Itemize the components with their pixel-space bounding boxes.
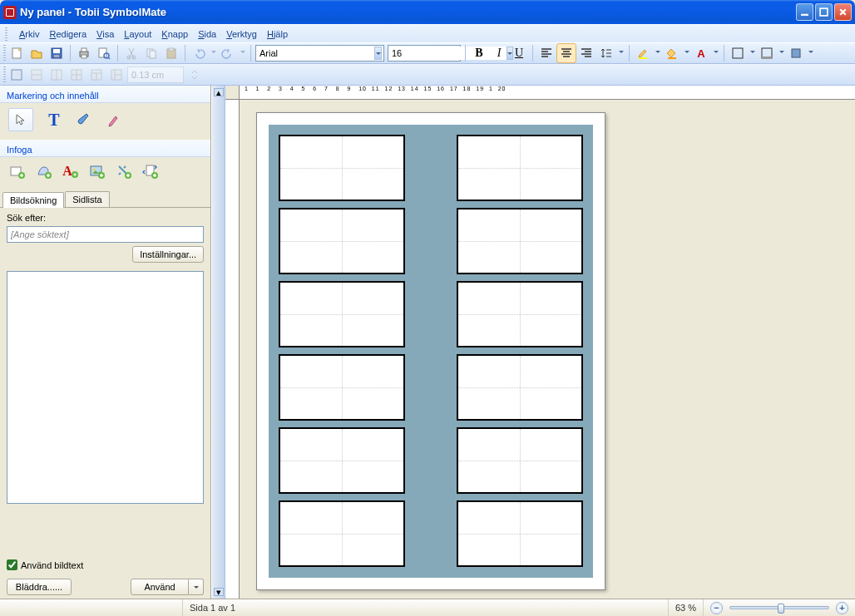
brush-tool[interactable] bbox=[75, 111, 93, 129]
font-color-dropdown[interactable] bbox=[712, 51, 719, 56]
tab-sidlista[interactable]: Sidlista bbox=[65, 191, 109, 207]
insert-shape-tool[interactable] bbox=[35, 162, 53, 180]
open-button[interactable] bbox=[27, 44, 46, 62]
menu-layout[interactable]: Layout bbox=[124, 29, 151, 39]
cell[interactable] bbox=[279, 500, 405, 567]
menu-verktyg[interactable]: Verktyg bbox=[226, 29, 257, 39]
line-spacing-button[interactable] bbox=[597, 44, 615, 62]
menu-sida[interactable]: Sida bbox=[198, 29, 216, 39]
cut-button[interactable] bbox=[122, 44, 141, 62]
panel-background[interactable] bbox=[269, 125, 593, 578]
collapse-down-icon[interactable]: ▾ bbox=[214, 588, 224, 596]
paste-button[interactable] bbox=[162, 44, 180, 62]
font-color-button[interactable]: A bbox=[692, 44, 710, 62]
select-tool[interactable] bbox=[8, 108, 33, 131]
page[interactable] bbox=[256, 112, 605, 590]
maximize-button[interactable] bbox=[815, 3, 833, 21]
font-size-combo[interactable] bbox=[388, 45, 461, 62]
align-left-button[interactable] bbox=[537, 44, 556, 62]
print-preview-button[interactable] bbox=[95, 44, 113, 62]
grid-mixed-button[interactable] bbox=[87, 66, 106, 84]
cell[interactable] bbox=[457, 354, 583, 421]
align-right-button[interactable] bbox=[577, 44, 596, 62]
canvas[interactable] bbox=[240, 100, 855, 599]
apply-dropdown[interactable] bbox=[189, 579, 204, 595]
apply-button[interactable]: Använd bbox=[131, 579, 189, 595]
cell[interactable] bbox=[279, 427, 405, 494]
search-results-box[interactable] bbox=[7, 271, 204, 504]
zoom-in-button[interactable]: + bbox=[836, 602, 848, 614]
copy-button[interactable] bbox=[142, 44, 161, 62]
new-button[interactable] bbox=[7, 44, 26, 62]
cell[interactable] bbox=[457, 208, 583, 274]
cell[interactable] bbox=[279, 135, 405, 201]
toolbar-grip[interactable] bbox=[5, 27, 7, 41]
border-color-dropdown[interactable] bbox=[778, 51, 785, 56]
border-dropdown[interactable] bbox=[749, 51, 756, 56]
menu-hjalp[interactable]: Hjälp bbox=[267, 29, 288, 39]
insert-page-tool[interactable] bbox=[141, 162, 160, 180]
highlight-dropdown[interactable] bbox=[654, 51, 661, 56]
text-tool[interactable]: T bbox=[45, 111, 63, 129]
insert-cell-tool[interactable] bbox=[8, 162, 27, 180]
cell[interactable] bbox=[279, 208, 405, 274]
collapse-up-icon[interactable]: ▴ bbox=[214, 88, 224, 96]
border-button[interactable] bbox=[729, 44, 747, 62]
bold-button[interactable]: B bbox=[470, 44, 488, 62]
print-button[interactable] bbox=[75, 44, 93, 62]
insert-link-tool[interactable] bbox=[115, 162, 133, 180]
close-button[interactable] bbox=[834, 3, 852, 21]
toolbar-grip[interactable] bbox=[3, 67, 6, 83]
cell[interactable] bbox=[457, 281, 583, 347]
line-spacing-dropdown[interactable] bbox=[617, 51, 625, 56]
dropdown-icon[interactable] bbox=[374, 47, 382, 60]
font-family-input[interactable] bbox=[259, 47, 374, 60]
undo-button[interactable] bbox=[190, 44, 208, 62]
grid-cross-button[interactable] bbox=[67, 66, 86, 84]
cell[interactable] bbox=[457, 427, 583, 494]
browse-button[interactable]: Bläddra...... bbox=[7, 579, 72, 595]
menu-visa[interactable]: Visa bbox=[96, 29, 114, 39]
grid-one-button[interactable] bbox=[7, 66, 26, 84]
cell[interactable] bbox=[279, 354, 405, 421]
shape-fill-button[interactable] bbox=[787, 44, 805, 62]
use-caption-input[interactable] bbox=[7, 559, 17, 570]
grid-one-row-button[interactable] bbox=[27, 66, 46, 84]
insert-text-tool[interactable]: A bbox=[62, 162, 80, 180]
italic-button[interactable]: I bbox=[490, 44, 508, 62]
vertical-ruler[interactable] bbox=[225, 100, 240, 599]
menu-knapp[interactable]: Knapp bbox=[161, 29, 188, 39]
redo-button[interactable] bbox=[219, 44, 237, 62]
minimize-button[interactable] bbox=[796, 3, 813, 21]
undo-dropdown[interactable] bbox=[210, 51, 217, 56]
zoom-slider[interactable] bbox=[729, 606, 829, 609]
cell[interactable] bbox=[279, 281, 405, 347]
toolbar-grip[interactable] bbox=[3, 45, 6, 62]
use-caption-checkbox[interactable]: Använd bildtext bbox=[7, 559, 204, 570]
menu-arkiv[interactable]: Arkiv bbox=[19, 29, 39, 39]
search-input[interactable]: [Ange söktext] bbox=[7, 226, 204, 243]
tab-bildsokning[interactable]: Bildsökning bbox=[2, 192, 64, 208]
menu-redigera[interactable]: Redigera bbox=[49, 29, 86, 39]
apply-split-button[interactable]: Använd bbox=[131, 579, 204, 595]
grid-mixed2-button[interactable] bbox=[107, 66, 126, 84]
settings-button[interactable]: Inställningar... bbox=[132, 246, 204, 263]
align-center-button[interactable] bbox=[557, 44, 576, 62]
save-button[interactable] bbox=[47, 44, 66, 62]
redo-dropdown[interactable] bbox=[239, 51, 246, 56]
border-color-button[interactable] bbox=[758, 44, 776, 62]
cell[interactable] bbox=[457, 500, 583, 567]
zoom-out-button[interactable]: − bbox=[710, 602, 723, 614]
fill-dropdown[interactable] bbox=[683, 51, 690, 56]
spacing-stepper[interactable] bbox=[185, 66, 204, 84]
insert-image-tool[interactable] bbox=[88, 162, 106, 180]
font-family-combo[interactable] bbox=[255, 45, 384, 62]
grid-one-col-button[interactable] bbox=[47, 66, 66, 84]
fill-color-button[interactable] bbox=[663, 44, 681, 62]
highlight-button[interactable] bbox=[634, 44, 652, 62]
eyedropper-tool[interactable] bbox=[105, 111, 123, 129]
zoom-thumb[interactable] bbox=[778, 604, 784, 614]
horizontal-ruler[interactable]: /*noop placeholder*/ 1 1 2 3 4 5 6 7 8 9… bbox=[240, 86, 855, 100]
cell[interactable] bbox=[457, 135, 583, 201]
shape-fill-dropdown[interactable] bbox=[807, 51, 814, 56]
